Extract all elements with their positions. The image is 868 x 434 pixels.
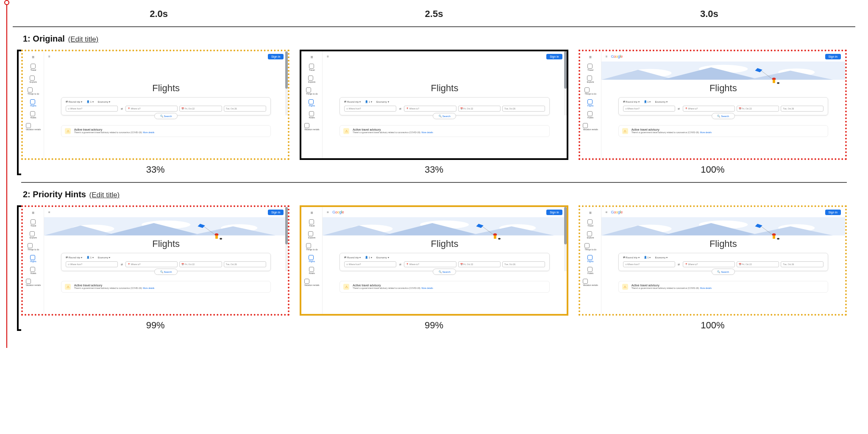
swap-icon[interactable]: ⇄ bbox=[677, 106, 681, 112]
passenger-dropdown[interactable]: 👤 1 ▾ bbox=[644, 100, 651, 103]
hamburger-icon[interactable]: ≡ bbox=[311, 210, 313, 215]
sidebar-item[interactable]: Hotels bbox=[309, 267, 315, 274]
class-dropdown[interactable]: Economy ▾ bbox=[655, 256, 668, 259]
depart-date-input[interactable]: 📅 Fri, Oct 22 bbox=[737, 261, 779, 267]
sidebar-item[interactable]: Travel bbox=[309, 219, 315, 227]
search-button[interactable]: 🔍 Search bbox=[154, 113, 178, 119]
passenger-dropdown[interactable]: 👤 1 ▾ bbox=[365, 100, 372, 103]
hamburger-icon[interactable]: ≡ bbox=[311, 55, 313, 59]
search-button[interactable]: 🔍 Search bbox=[433, 113, 456, 119]
trip-type-dropdown[interactable]: ⇄ Round trip ▾ bbox=[623, 256, 640, 259]
signin-button[interactable]: Sign in bbox=[546, 54, 562, 59]
sidebar-item[interactable]: Travel bbox=[587, 219, 593, 227]
sidebar-item[interactable]: Flights bbox=[309, 99, 315, 107]
sidebar-item[interactable]: Explore bbox=[308, 231, 315, 239]
return-date-input[interactable]: Tue, Oct 26 bbox=[224, 106, 267, 112]
advisory-more-link[interactable]: More details bbox=[421, 287, 433, 289]
signin-button[interactable]: Sign in bbox=[268, 210, 284, 215]
hamburger-icon[interactable]: ≡ bbox=[32, 210, 35, 215]
sidebar-item[interactable]: Vacation rentals bbox=[583, 279, 598, 286]
sidebar-item[interactable]: Things to do bbox=[28, 243, 39, 251]
search-button[interactable]: 🔍 Search bbox=[712, 269, 735, 275]
passenger-dropdown[interactable]: 👤 1 ▾ bbox=[365, 256, 372, 259]
swap-icon[interactable]: ⇄ bbox=[120, 106, 124, 112]
sidebar-item[interactable]: Travel bbox=[309, 64, 315, 71]
sidebar-item[interactable]: Hotels bbox=[30, 111, 36, 119]
passenger-dropdown[interactable]: 👤 1 ▾ bbox=[86, 100, 94, 103]
hamburger-icon[interactable]: ≡ bbox=[48, 210, 50, 214]
trip-type-dropdown[interactable]: ⇄ Round trip ▾ bbox=[344, 256, 361, 259]
return-date-input[interactable]: Tue, Oct 26 bbox=[224, 261, 267, 267]
signin-button[interactable]: Sign in bbox=[825, 54, 841, 59]
swap-icon[interactable]: ⇄ bbox=[398, 106, 402, 112]
sidebar-item[interactable]: Vacation rentals bbox=[304, 279, 319, 286]
trip-type-dropdown[interactable]: ⇄ Round trip ▾ bbox=[66, 256, 82, 259]
return-date-input[interactable]: Tue, Oct 26 bbox=[781, 261, 823, 267]
destination-input[interactable]: 📍 Where to? bbox=[125, 261, 178, 267]
hamburger-icon[interactable]: ≡ bbox=[48, 55, 50, 59]
sidebar-item[interactable]: Travel bbox=[587, 64, 593, 71]
sidebar-item[interactable]: Flights bbox=[30, 255, 36, 263]
depart-date-input[interactable]: 📅 Fri, Oct 22 bbox=[179, 261, 222, 267]
depart-date-input[interactable]: 📅 Fri, Oct 22 bbox=[737, 106, 779, 112]
scrollbar-thumb[interactable] bbox=[564, 51, 567, 89]
hamburger-icon[interactable]: ≡ bbox=[589, 210, 592, 215]
hamburger-icon[interactable]: ≡ bbox=[327, 210, 329, 214]
signin-button[interactable]: Sign in bbox=[546, 210, 562, 215]
sidebar-item[interactable]: Explore bbox=[308, 76, 315, 83]
sidebar-item[interactable]: Vacation rentals bbox=[304, 123, 319, 131]
sidebar-item[interactable]: Explore bbox=[587, 231, 594, 239]
screenshot-frame[interactable]: ≡ Travel Explore Things to do Flights Ho… bbox=[300, 50, 568, 160]
edit-title-link[interactable]: (Edit title) bbox=[68, 35, 98, 43]
origin-input[interactable]: ⊙ Where from? bbox=[344, 261, 396, 267]
sidebar-item[interactable]: Things to do bbox=[28, 87, 39, 95]
advisory-more-link[interactable]: More details bbox=[700, 287, 712, 289]
origin-input[interactable]: ⊙ Where from? bbox=[66, 261, 118, 267]
hamburger-icon[interactable]: ≡ bbox=[32, 55, 35, 59]
sidebar-item[interactable]: Travel bbox=[31, 219, 36, 227]
advisory-more-link[interactable]: More details bbox=[143, 131, 154, 134]
swap-icon[interactable]: ⇄ bbox=[677, 261, 681, 267]
origin-input[interactable]: ⊙ Where from? bbox=[623, 106, 675, 112]
signin-button[interactable]: Sign in bbox=[268, 54, 284, 59]
sidebar-item[interactable]: Explore bbox=[30, 231, 37, 239]
passenger-dropdown[interactable]: 👤 1 ▾ bbox=[644, 256, 651, 259]
origin-input[interactable]: ⊙ Where from? bbox=[344, 106, 396, 112]
destination-input[interactable]: 📍 Where to? bbox=[404, 106, 456, 112]
depart-date-input[interactable]: 📅 Fri, Oct 22 bbox=[458, 106, 501, 112]
passenger-dropdown[interactable]: 👤 1 ▾ bbox=[86, 256, 94, 259]
advisory-more-link[interactable]: More details bbox=[143, 287, 154, 289]
trip-type-dropdown[interactable]: ⇄ Round trip ▾ bbox=[66, 100, 82, 103]
scrollbar-thumb[interactable] bbox=[285, 51, 288, 89]
sidebar-item[interactable]: Vacation rentals bbox=[26, 279, 41, 286]
swap-icon[interactable]: ⇄ bbox=[120, 261, 124, 267]
return-date-input[interactable]: Tue, Oct 26 bbox=[781, 106, 823, 112]
trip-type-dropdown[interactable]: ⇄ Round trip ▾ bbox=[344, 100, 361, 103]
destination-input[interactable]: 📍 Where to? bbox=[125, 106, 178, 112]
class-dropdown[interactable]: Economy ▾ bbox=[655, 100, 668, 103]
destination-input[interactable]: 📍 Where to? bbox=[404, 261, 456, 267]
search-button[interactable]: 🔍 Search bbox=[154, 269, 178, 275]
sidebar-item[interactable]: Vacation rentals bbox=[26, 123, 41, 131]
search-button[interactable]: 🔍 Search bbox=[433, 269, 456, 275]
depart-date-input[interactable]: 📅 Fri, Oct 22 bbox=[458, 261, 501, 267]
swap-icon[interactable]: ⇄ bbox=[398, 261, 402, 267]
sidebar-item[interactable]: Vacation rentals bbox=[583, 123, 598, 131]
advisory-more-link[interactable]: More details bbox=[700, 131, 712, 134]
sidebar-item[interactable]: Hotels bbox=[587, 111, 593, 119]
class-dropdown[interactable]: Economy ▾ bbox=[376, 100, 389, 103]
sidebar-item[interactable]: Hotels bbox=[587, 267, 593, 274]
hamburger-icon[interactable]: ≡ bbox=[606, 210, 608, 214]
return-date-input[interactable]: Tue, Oct 26 bbox=[502, 261, 545, 267]
destination-input[interactable]: 📍 Where to? bbox=[683, 106, 735, 112]
signin-button[interactable]: Sign in bbox=[825, 210, 841, 215]
sidebar-item[interactable]: Flights bbox=[309, 255, 315, 263]
return-date-input[interactable]: Tue, Oct 26 bbox=[502, 106, 545, 112]
screenshot-frame[interactable]: ≡ Travel Explore Things to do Flights Ho… bbox=[579, 205, 847, 316]
destination-input[interactable]: 📍 Where to? bbox=[683, 261, 735, 267]
search-button[interactable]: 🔍 Search bbox=[712, 113, 735, 119]
sidebar-item[interactable]: Things to do bbox=[584, 243, 596, 251]
sidebar-item[interactable]: Flights bbox=[587, 255, 594, 263]
sidebar-item[interactable]: Explore bbox=[587, 76, 594, 83]
advisory-more-link[interactable]: More details bbox=[421, 131, 433, 134]
